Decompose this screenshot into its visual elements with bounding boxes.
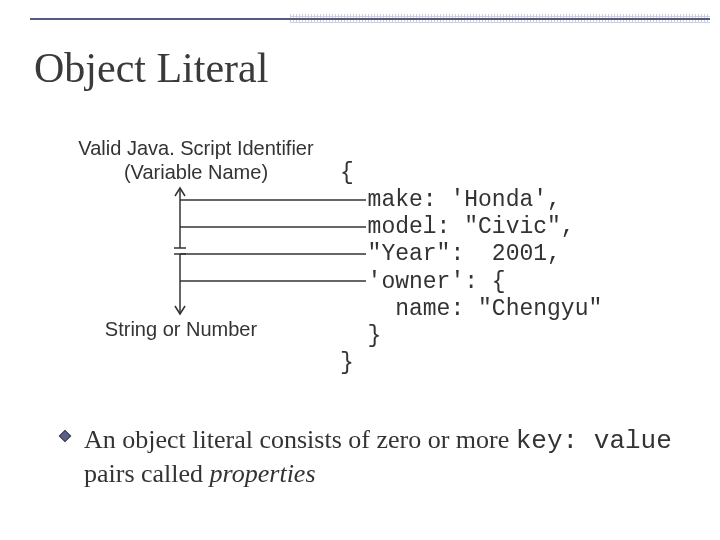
code-line-8: } [340, 350, 354, 376]
code-line-1: { [340, 160, 354, 186]
code-block: { make: 'Honda', model: "Civic", "Year":… [340, 160, 602, 377]
code-line-2: make: 'Honda', [340, 187, 561, 213]
slide-title: Object Literal [34, 44, 268, 92]
bullet-item: An object literal consists of zero or mo… [58, 424, 690, 490]
svg-rect-4 [59, 430, 70, 441]
code-line-5: 'owner': { [340, 269, 506, 295]
bullet-text: An object literal consists of zero or mo… [84, 424, 690, 490]
header-rule [30, 14, 710, 24]
bullet-pre: An object literal consists of zero or mo… [84, 425, 516, 454]
label-string-or-number: String or Number [76, 318, 286, 341]
label-identifier-line1: Valid Java. Script Identifier [78, 137, 313, 159]
code-line-3: model: "Civic", [340, 214, 575, 240]
label-identifier: Valid Java. Script Identifier (Variable … [76, 136, 316, 184]
bullet-mid: pairs called [84, 459, 210, 488]
code-line-7: } [340, 323, 381, 349]
code-line-4: "Year": 2001, [340, 241, 561, 267]
diamond-bullet-icon [58, 429, 72, 443]
header-line [30, 18, 710, 20]
label-identifier-line2: (Variable Name) [124, 161, 268, 183]
code-line-6: name: "Chengyu" [340, 296, 602, 322]
bullet-properties: properties [210, 459, 316, 488]
bullet-keyvalue: key: value [516, 426, 672, 456]
